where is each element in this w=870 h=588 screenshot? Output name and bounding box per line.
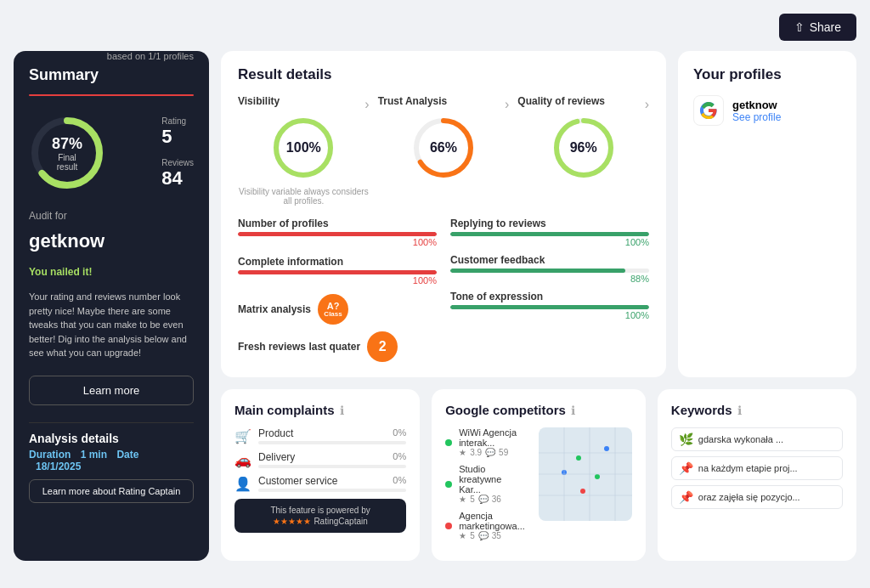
visibility-label: Visibility	[238, 95, 280, 107]
duration-value: 1 min	[81, 449, 107, 461]
trust-metric: Trust Analysis › 66%	[378, 95, 510, 206]
tone-pct: 100%	[450, 310, 649, 320]
share-label: Share	[810, 20, 841, 34]
visibility-pct: 100%	[286, 140, 321, 155]
customer-service-pct: 0%	[393, 475, 406, 487]
analysis-title: Analysis details	[29, 432, 194, 445]
bottom-row: Main complaints ℹ 🛒 Product 0% 🚗 Delive	[221, 389, 856, 561]
competitor-meta-3: ★5 💬35	[459, 531, 525, 540]
fresh-label: Fresh reviews last quater	[238, 341, 360, 353]
delivery-progress	[258, 465, 406, 468]
keywords-title: Keywords	[671, 403, 732, 417]
matrix-label: Matrix analysis	[238, 303, 311, 315]
visibility-metric: Visibility › 100% Visibility variable al…	[238, 95, 370, 206]
fresh-reviews-badge: 2	[367, 331, 398, 362]
share-icon: ⇧	[794, 20, 805, 34]
profile-name: getknow	[732, 99, 781, 111]
keywords-card: Keywords ℹ 🌿 gdarska wykonała ... 📌 na k…	[658, 389, 856, 561]
complaints-info-icon[interactable]: ℹ	[340, 404, 344, 417]
complete-info-section: Complete information 100%	[238, 256, 437, 286]
customer-service-label: Customer service	[258, 475, 393, 487]
result-left-col: Number of profiles 100% Complete informa…	[238, 218, 437, 362]
keyword-text-1: gdarska wykonała ...	[698, 434, 783, 444]
keyword-text-2: na każdym etapie proj...	[698, 463, 798, 473]
based-on-text: based on 1/1 profiles	[107, 51, 194, 61]
competitor-meta-2: ★5 💬36	[459, 495, 525, 504]
competitor-1: WiWi Agencja interak... ★3.9 💬59	[445, 427, 525, 457]
matrix-class-text: Class	[324, 311, 342, 318]
keyword-icon-1: 🌿	[679, 433, 693, 446]
competitor-reviews-3: 35	[492, 531, 501, 540]
quality-pct: 96%	[570, 140, 597, 155]
visibility-chevron[interactable]: ›	[364, 97, 369, 112]
complete-info-label: Complete information	[238, 256, 437, 268]
duration-label: Duration	[29, 449, 71, 461]
keyword-text-3: oraz zajęła się pozycjo...	[698, 492, 800, 502]
product-label: Product	[258, 427, 393, 439]
trust-chevron[interactable]: ›	[505, 97, 509, 112]
reviews-label: Reviews	[161, 158, 194, 167]
competitor-rating-1: 3.9	[470, 448, 482, 457]
date-label: Date	[116, 449, 138, 461]
product-icon: 🛒	[234, 428, 251, 444]
replying-section: Replying to reviews 100%	[450, 218, 649, 247]
competitor-name-1: WiWi Agencja interak...	[459, 427, 525, 448]
competitors-content: WiWi Agencja interak... ★3.9 💬59 Studio …	[445, 427, 632, 547]
quality-metric: Quality of reviews › 96%	[517, 95, 649, 206]
see-profile-link[interactable]: See profile	[732, 111, 781, 123]
analysis-learn-button[interactable]: Learn more about Rating Captain	[29, 479, 194, 503]
rating-captain-stars: ★★★★★	[273, 517, 311, 526]
competitors-title: Google competitors	[445, 403, 566, 417]
summary-card: Summary based on 1/1 profiles 87% Final …	[14, 51, 209, 561]
competitors-map	[539, 427, 632, 521]
complete-info-pct: 100%	[238, 275, 437, 286]
delivery-icon: 🚗	[234, 452, 251, 468]
trust-pct: 66%	[430, 140, 457, 155]
competitor-rating-2: 5	[470, 495, 475, 504]
final-label: Final result	[48, 153, 87, 172]
learn-more-button[interactable]: Learn more	[29, 376, 194, 405]
profiles-card: Your profiles getknow See profile	[678, 51, 856, 377]
result-right-col: Replying to reviews 100% Customer feedba…	[450, 218, 649, 362]
summary-title: Summary	[29, 66, 99, 84]
map-grid	[539, 427, 632, 521]
quality-circle: 96%	[550, 114, 618, 182]
rating-label: Rating	[161, 116, 194, 126]
replying-pct: 100%	[450, 237, 649, 247]
powered-by-text: This feature is powered by	[243, 506, 398, 515]
result-details-card: Result details Visibility › 100% Visibil…	[221, 51, 666, 377]
keyword-1[interactable]: 🌿 gdarska wykonała ...	[671, 427, 843, 451]
competitor-2: Studio kreatywne Kar... ★5 💬36	[445, 464, 525, 504]
reviews-value: 84	[161, 167, 194, 189]
keyword-2[interactable]: 📌 na każdym etapie proj...	[671, 456, 843, 480]
keyword-3[interactable]: 📌 oraz zajęła się pozycjo...	[671, 485, 843, 509]
you-nailed-text: You nailed it!	[29, 266, 194, 278]
audit-name: getknow	[29, 230, 194, 252]
keywords-info-icon[interactable]: ℹ	[737, 404, 742, 417]
feedback-label: Customer feedback	[450, 254, 649, 266]
quality-chevron[interactable]: ›	[645, 97, 649, 112]
feedback-pct: 88%	[450, 274, 649, 284]
fresh-reviews-section: Fresh reviews last quater 2	[238, 331, 437, 362]
rating-captain-brand: RatingCaptain	[314, 517, 367, 526]
score-donut: 87% Final result	[29, 115, 105, 191]
google-logo	[693, 95, 724, 126]
product-pct: 0%	[393, 427, 406, 439]
result-details-title: Result details	[238, 66, 649, 83]
keyword-icon-2: 📌	[679, 461, 693, 475]
competitor-name-2: Studio kreatywne Kar...	[459, 464, 525, 495]
date-value: 18/1/2025	[36, 461, 81, 472]
competitors-info-icon[interactable]: ℹ	[571, 404, 575, 417]
analysis-meta: Duration 1 min Date 18/1/2025	[29, 449, 194, 472]
product-progress	[258, 441, 406, 444]
delivery-pct: 0%	[393, 451, 406, 463]
num-profiles-label: Number of profiles	[238, 218, 437, 229]
delivery-label: Delivery	[258, 451, 393, 463]
tone-section: Tone of expression 100%	[450, 291, 649, 320]
num-profiles-pct: 100%	[238, 237, 437, 247]
powered-by-section: This feature is powered by ★★★★★ RatingC…	[234, 499, 406, 533]
visibility-note: Visibility variable always considers all…	[238, 187, 370, 206]
complaints-title: Main complaints	[234, 403, 335, 417]
share-button[interactable]: ⇧ Share	[779, 14, 856, 41]
replying-label: Replying to reviews	[450, 218, 649, 229]
